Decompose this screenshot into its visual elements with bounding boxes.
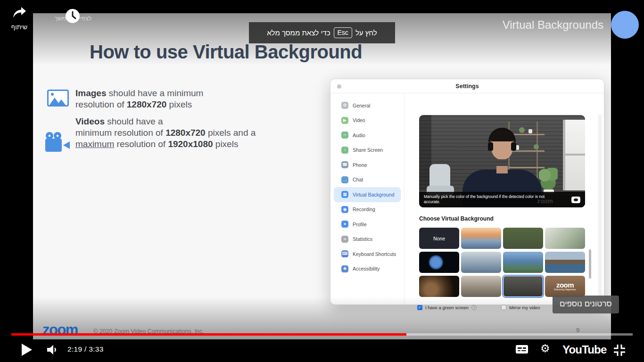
watch-later-button[interactable]: לצפייה בהמשך [45, 8, 101, 22]
sidebar-item-virtual-background[interactable]: ▦Virtual Background [334, 187, 401, 202]
youtube-fullscreen-player: How to use Virtual Background Images sho… [0, 0, 644, 362]
settings-sidebar: ⚙General▶Video∩Audio↑Share Screen☎Phone…… [330, 94, 405, 304]
zoom-footer-logo: zoom [42, 321, 78, 338]
sidebar-item-accessibility[interactable]: ✚Accessibility [334, 262, 401, 277]
gear-icon: ⚙ [341, 102, 348, 109]
checkbox-mirror-my-video[interactable] [501, 305, 506, 310]
sidebar-item-chat[interactable]: …Chat [334, 173, 401, 188]
video-camera-icon [45, 132, 71, 156]
background-thumbnail-conference-room[interactable] [461, 276, 501, 297]
slide-page-number: 9 [576, 327, 579, 334]
sidebar-item-recording[interactable]: ◉Recording [334, 202, 401, 217]
preview-plant-prop [539, 168, 558, 192]
help-icon[interactable]: ? [471, 305, 477, 310]
sidebar-item-label: Statistics [353, 236, 372, 242]
slide-title: How to use Virtual Background [90, 41, 362, 63]
video-title[interactable]: Virtual Backgrounds [503, 18, 603, 32]
sidebar-item-label: Profile [353, 222, 367, 227]
sidebar-item-label: Chat [353, 177, 363, 182]
sidebar-item-phone[interactable]: ☎Phone [334, 157, 401, 173]
green-screen-options-row: I have a green screen?Mirror my video [417, 305, 540, 310]
settings-titlebar: Settings [330, 79, 604, 93]
bullet-text-videos: Videos should have aminimum resolution o… [75, 116, 256, 150]
preview-caption-bar: Manually pick the color of the backgroun… [419, 192, 585, 207]
sidebar-item-label: Audio [353, 132, 365, 138]
camera-toggle-icon[interactable] [571, 197, 580, 203]
player-control-bar: 2:19 / 3:33 ⚙ YouTube [0, 339, 644, 362]
sidebar-item-label: Keyboard Shortcuts [353, 251, 396, 257]
sidebar-item-label: Video [353, 117, 365, 123]
grid-scrollbar[interactable] [589, 249, 591, 279]
share-label: שיתוף [4, 24, 35, 31]
profile-icon: ● [341, 221, 348, 228]
sidebar-item-statistics[interactable]: ≡Statistics [334, 232, 401, 247]
checkbox-label: Mirror my video [509, 305, 540, 310]
play-button[interactable] [22, 344, 32, 356]
background-thumbnail-brick-room[interactable] [503, 276, 543, 297]
background-thumbnail-golden-gate-bridge[interactable] [461, 228, 501, 249]
background-thumbnail-zoom-brand[interactable]: zoomDelivering Happiness [545, 276, 585, 297]
sidebar-item-label: General [353, 103, 370, 108]
settings-window: Settings ⚙General▶Video∩Audio↑Share Scre… [330, 79, 604, 305]
webcam-preview: Manually pick the color of the backgroun… [419, 115, 585, 207]
accessibility-icon: ✚ [341, 265, 348, 272]
channel-avatar[interactable] [611, 11, 639, 39]
settings-gear-icon[interactable]: ⚙ [540, 342, 550, 355]
background-thumbnail-greenhouse-plants[interactable] [545, 228, 585, 249]
keyboard-icon: ⌨ [341, 250, 348, 257]
sidebar-item-profile[interactable]: ●Profile [334, 217, 401, 232]
background-thumbnail-none[interactable]: None [419, 228, 459, 249]
sidebar-item-keyboard-shortcuts[interactable]: ⌨Keyboard Shortcuts [334, 247, 401, 262]
recording-icon: ◉ [341, 206, 348, 213]
sidebar-item-audio[interactable]: ∩Audio [334, 128, 401, 143]
settings-content: Manually pick the color of the backgroun… [405, 94, 604, 304]
background-thumbnail-green-screen[interactable] [503, 228, 543, 249]
exit-fullscreen-icon[interactable] [613, 344, 626, 357]
exit-fullscreen-tooltip: לחץ על Esc כדי לצאת ממסך מלא [249, 22, 395, 43]
background-thumbnail-city-park-aerial[interactable] [503, 252, 543, 273]
time-display: 2:19 / 3:33 [67, 345, 104, 354]
sidebar-item-share-screen[interactable]: ↑Share Screen [334, 143, 401, 158]
progress-bar[interactable] [11, 333, 633, 336]
sidebar-item-general[interactable]: ⚙General [334, 98, 401, 113]
volume-icon[interactable] [47, 344, 60, 355]
phone-icon: ☎ [341, 161, 348, 168]
zoom-brand-thumbnail-text: zoomDelivering Happiness [545, 276, 585, 297]
sidebar-item-label: Phone [353, 162, 367, 168]
share-icon [12, 7, 26, 19]
preview-window-prop [563, 120, 585, 190]
zoom-watermark: zoom [537, 197, 553, 205]
virtual-background-icon: ▦ [341, 191, 348, 198]
sidebar-item-video[interactable]: ▶Video [334, 113, 401, 128]
checkbox-label: I have a green screen [425, 305, 469, 310]
thumbnail-label: None [419, 228, 459, 249]
video-icon: ▶ [341, 117, 348, 124]
sidebar-item-label: Virtual Background [353, 192, 395, 197]
background-thumbnail-mountain-lake[interactable] [545, 252, 585, 273]
subtitles-icon[interactable] [516, 345, 528, 354]
watch-later-clock-icon [65, 8, 80, 24]
background-thumbnail-earth-space[interactable] [419, 252, 459, 273]
bullet-text-images: Images should have a minimumresolution o… [75, 88, 203, 110]
background-thumbnail-city-skyline[interactable] [461, 252, 501, 273]
progress-played [11, 333, 406, 336]
sidebar-item-label: Recording [353, 206, 375, 212]
share-button[interactable]: שיתוף [4, 7, 35, 31]
settings-window-title: Settings [330, 83, 604, 90]
headset-icon [488, 128, 516, 142]
preview-chair-prop [429, 164, 450, 189]
window-scrollbar[interactable] [598, 115, 602, 300]
video-content[interactable]: How to use Virtual Background Images sho… [33, 13, 611, 339]
more-videos-label: סרטונים נוספים [560, 299, 612, 308]
choose-virtual-background-heading: Choose Virtual Background [419, 215, 494, 222]
background-thumbnail-grid: NonezoomDelivering Happiness [419, 228, 585, 297]
youtube-logo[interactable]: YouTube [562, 343, 607, 356]
statistics-icon: ≡ [341, 236, 348, 243]
tooltip-suffix: כדי לצאת ממסך מלא [267, 29, 330, 37]
more-videos-button[interactable]: סרטונים נוספים [553, 296, 619, 313]
checkbox-i-have-a-green-screen[interactable] [417, 305, 422, 310]
sidebar-item-label: Accessibility [353, 266, 380, 272]
sidebar-item-label: Share Screen [353, 147, 383, 153]
headphones-icon: ∩ [341, 132, 348, 139]
background-thumbnail-nebula-space[interactable] [419, 276, 459, 297]
